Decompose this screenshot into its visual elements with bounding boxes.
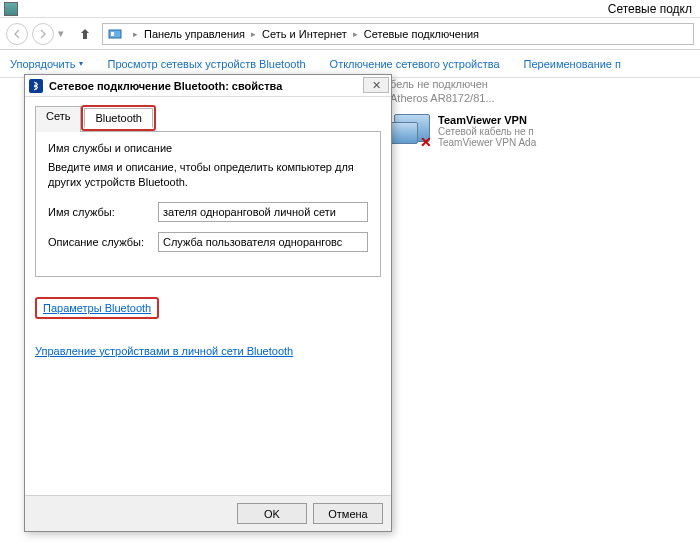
svg-rect-1 bbox=[111, 32, 114, 36]
adapter-status: бель не подключен bbox=[390, 78, 700, 90]
breadcrumb-seg[interactable]: Сеть и Интернет bbox=[262, 28, 347, 40]
ok-button[interactable]: OK bbox=[237, 503, 307, 524]
chevron-right-icon: ▸ bbox=[353, 29, 358, 39]
chevron-right-icon: ▸ bbox=[251, 29, 256, 39]
svg-rect-0 bbox=[109, 30, 121, 38]
control-panel-icon bbox=[107, 26, 123, 42]
adapter-device: Atheros AR8172/81... bbox=[390, 92, 700, 104]
connections-area: бель не подключен Atheros AR8172/81... ✕… bbox=[390, 78, 700, 154]
app-icon bbox=[4, 2, 18, 16]
bluetooth-icon bbox=[29, 79, 43, 93]
adapter-item[interactable]: бель не подключен Atheros AR8172/81... bbox=[390, 78, 700, 104]
close-icon: ✕ bbox=[372, 79, 381, 92]
breadcrumb-seg[interactable]: Панель управления bbox=[144, 28, 245, 40]
back-button[interactable] bbox=[6, 23, 28, 45]
adapter-item[interactable]: ✕ TeamViewer VPN Сетевой кабель не п Tea… bbox=[390, 108, 700, 154]
network-adapter-icon: ✕ bbox=[390, 114, 434, 148]
close-button[interactable]: ✕ bbox=[363, 77, 389, 93]
highlight-annotation: Bluetooth bbox=[81, 105, 155, 131]
service-desc-label: Описание службы: bbox=[48, 236, 158, 248]
chevron-right-icon: ▸ bbox=[133, 29, 138, 39]
properties-dialog: Сетевое подключение Bluetooth: свойства … bbox=[24, 74, 392, 532]
window-title: Сетевые подкл bbox=[608, 2, 692, 16]
forward-button[interactable] bbox=[32, 23, 54, 45]
highlight-annotation: Параметры Bluetooth bbox=[35, 297, 159, 319]
address-bar[interactable]: ▸ Панель управления ▸ Сеть и Интернет ▸ … bbox=[102, 23, 694, 45]
dialog-body: Сеть Bluetooth Имя службы и описание Вве… bbox=[25, 97, 391, 495]
cancel-button[interactable]: Отмена bbox=[313, 503, 383, 524]
disconnected-icon: ✕ bbox=[420, 134, 432, 150]
rename-connection[interactable]: Переименование п bbox=[524, 58, 621, 70]
tab-strip: Сеть Bluetooth bbox=[35, 105, 381, 132]
organize-menu[interactable]: Упорядочить bbox=[10, 58, 83, 70]
dialog-titlebar[interactable]: Сетевое подключение Bluetooth: свойства … bbox=[25, 75, 391, 97]
breadcrumb-seg[interactable]: Сетевые подключения bbox=[364, 28, 479, 40]
dialog-title: Сетевое подключение Bluetooth: свойства bbox=[49, 80, 282, 92]
bluetooth-settings-link[interactable]: Параметры Bluetooth bbox=[43, 302, 151, 314]
group-description: Введите имя и описание, чтобы определить… bbox=[48, 160, 368, 190]
manage-pan-devices-link[interactable]: Управление устройствами в личной сети Bl… bbox=[35, 345, 293, 357]
service-desc-input[interactable] bbox=[158, 232, 368, 252]
tab-network[interactable]: Сеть bbox=[35, 106, 81, 132]
window-titlebar: Сетевые подкл bbox=[0, 0, 700, 18]
service-name-input[interactable] bbox=[158, 202, 368, 222]
adapter-device: TeamViewer VPN Ada bbox=[438, 137, 536, 148]
dialog-footer: OK Отмена bbox=[25, 495, 391, 531]
service-name-label: Имя службы: bbox=[48, 206, 158, 218]
up-button[interactable] bbox=[74, 23, 96, 45]
adapter-text: TeamViewer VPN Сетевой кабель не п TeamV… bbox=[438, 114, 536, 148]
tab-bluetooth[interactable]: Bluetooth bbox=[84, 108, 152, 128]
adapter-status: Сетевой кабель не п bbox=[438, 126, 536, 137]
navbar: ▾ ▸ Панель управления ▸ Сеть и Интернет … bbox=[0, 18, 700, 50]
adapter-name: TeamViewer VPN bbox=[438, 114, 536, 126]
history-dropdown[interactable]: ▾ bbox=[58, 27, 70, 40]
tab-pane: Имя службы и описание Введите имя и опис… bbox=[35, 132, 381, 277]
view-bluetooth-devices[interactable]: Просмотр сетевых устройств Bluetooth bbox=[107, 58, 305, 70]
disable-device[interactable]: Отключение сетевого устройства bbox=[330, 58, 500, 70]
group-label: Имя службы и описание bbox=[48, 142, 368, 154]
